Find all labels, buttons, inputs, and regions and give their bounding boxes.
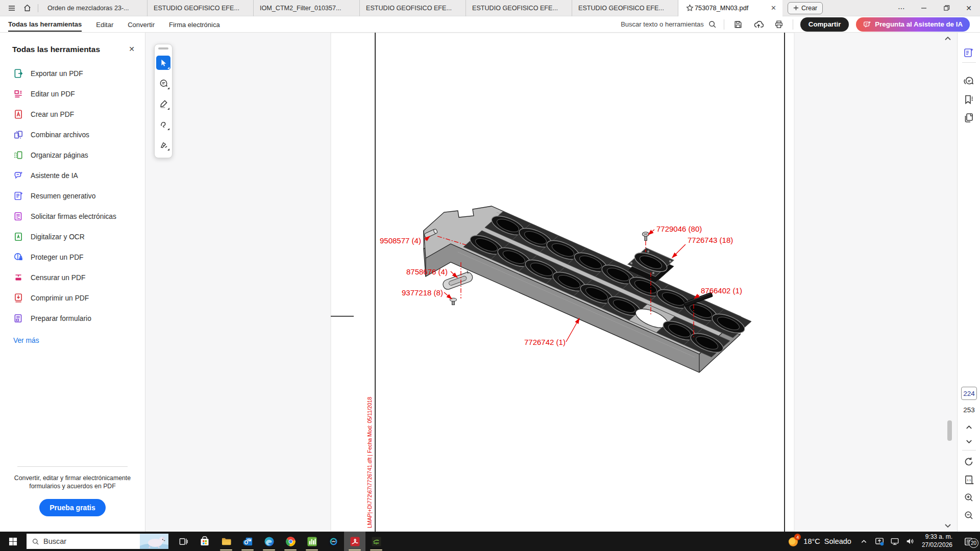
sidebar-item-resumen-generativo[interactable]: Resumen generativo — [0, 186, 145, 206]
select-tool-button[interactable] — [156, 56, 170, 70]
scroll-up-icon[interactable] — [944, 35, 952, 43]
sidebar-item-combinar-archivos[interactable]: Combinar archivos — [0, 124, 145, 145]
sidebar-item-preparar-formulario[interactable]: Preparar formulario — [0, 308, 145, 329]
taskbar-acrobat-active[interactable] — [344, 532, 365, 551]
bookmarks-panel-icon[interactable] — [961, 92, 976, 107]
rotate-page-icon[interactable] — [961, 454, 976, 469]
generative-summary-icon — [13, 191, 23, 201]
part-label: 9508577 (4) — [380, 236, 421, 245]
menu-todas-las-herramientas[interactable]: Todas las herramientas — [8, 17, 82, 32]
current-page-input[interactable]: 224 — [961, 387, 977, 400]
ai-chat-icon — [863, 20, 871, 29]
sidebar-item-asistente-ia[interactable]: Asistente de IA — [0, 165, 145, 186]
taskbar-app-store[interactable] — [194, 532, 215, 551]
minimize-button[interactable] — [913, 0, 935, 16]
star-icon[interactable] — [684, 2, 695, 14]
taskbar-custom-app[interactable]: age — [365, 532, 387, 551]
sidebar-item-digitalizar-ocr[interactable]: Digitalizar y OCR — [0, 227, 145, 247]
ai-assistant-button[interactable]: Pregunta al Asistente de IA — [856, 17, 970, 32]
page-thumbnails-icon[interactable] — [961, 110, 976, 126]
export-pdf-icon — [13, 68, 23, 79]
taskbar-chrome[interactable] — [280, 532, 301, 551]
tools-panel: Todas las herramientas ✕ Exportar un PDF… — [0, 33, 145, 532]
task-view-button[interactable] — [173, 532, 194, 551]
menu-firma-electronica[interactable]: Firma electrónica — [169, 17, 220, 31]
tab-document-3[interactable]: IOM_CTM2_Filter_010357... — [254, 0, 360, 16]
pdf-viewport[interactable]: LMAP|+D\772\67\7726741.dft | Fecha Mod: … — [145, 33, 957, 532]
windows-logo-icon — [9, 537, 17, 546]
tab-document-6[interactable]: ESTUDIO GEOFISICO EFE... — [572, 0, 678, 16]
sidebar-item-censurar-pdf[interactable]: Censurar un PDF — [0, 267, 145, 288]
free-trial-button[interactable]: Prueba gratis — [39, 499, 105, 516]
see-more-link[interactable]: Ver más — [13, 337, 39, 344]
sidebar-item-comprimir-pdf[interactable]: Comprimir un PDF — [0, 288, 145, 308]
taskbar-clock[interactable]: 9:33 a. m. 27/02/2026 — [918, 533, 957, 549]
sidebar-item-editar-pdf[interactable]: Editar un PDF — [0, 84, 145, 104]
ai-summary-icon[interactable] — [961, 45, 976, 60]
tab-document-5[interactable]: ESTUDIO GEOFISICO EFE... — [466, 0, 572, 16]
close-window-button[interactable]: ✕ — [958, 0, 980, 16]
clock-time: 9:33 a. m. — [922, 533, 952, 541]
lasso-icon — [159, 119, 168, 129]
rail-divider — [962, 62, 976, 63]
create-pdf-icon — [13, 109, 23, 119]
sidebar-item-solicitar-firmas[interactable]: Solicitar firmas electrónicas — [0, 206, 145, 227]
draw-tool-button[interactable] — [156, 117, 170, 131]
sidebar-item-exportar-pdf[interactable]: Exportar un PDF — [0, 63, 145, 84]
tab-document-4[interactable]: ESTUDIO GEOFISICO EFE... — [360, 0, 466, 16]
taskbar-edge[interactable] — [258, 532, 280, 551]
taskbar-webex[interactable] — [323, 532, 344, 551]
search-tools-button[interactable]: Buscar texto o herramientas — [621, 20, 717, 29]
hidden-icons-chevron[interactable] — [856, 532, 872, 551]
zoom-in-icon[interactable] — [961, 490, 976, 505]
print-icon[interactable] — [772, 18, 786, 31]
zoom-out-icon[interactable] — [961, 508, 976, 523]
create-tab-button[interactable]: Crear — [788, 2, 823, 14]
volume-icon[interactable] — [902, 532, 918, 551]
comment-tool-button[interactable] — [156, 76, 170, 90]
app-menu-icon[interactable] — [4, 2, 19, 14]
taskbar-stats-app[interactable] — [301, 532, 323, 551]
page-fit-icon[interactable]: 1:1 — [961, 472, 976, 487]
close-panel-icon[interactable]: ✕ — [127, 45, 137, 53]
title-bar: Orden de mezcladoras 23-... ESTUDIO GEOF… — [0, 0, 980, 16]
tab-document-2[interactable]: ESTUDIO GEOFISICO EFE... — [148, 0, 254, 16]
taskbar-weather-widget[interactable]: 4 18°C Soleado — [782, 535, 856, 547]
screen-cast-icon[interactable] — [872, 532, 887, 551]
taskbar-search-box[interactable]: Buscar — [27, 534, 168, 549]
taskbar-outlook[interactable]: O — [237, 532, 258, 551]
edit-pdf-icon — [13, 89, 23, 99]
cloud-upload-icon[interactable] — [752, 18, 765, 31]
tab-active-document[interactable]: 753078_MN03.pdf ✕ — [678, 0, 782, 16]
palette-drag-handle[interactable] — [158, 47, 168, 49]
sidebar-item-proteger-pdf[interactable]: Proteger un PDF — [0, 247, 145, 267]
notification-center-button[interactable]: 20 — [957, 532, 980, 551]
sidebar-item-organizar-paginas[interactable]: Organizar páginas — [0, 145, 145, 165]
toolbar-divider — [724, 19, 724, 30]
taskbar-file-explorer[interactable] — [215, 532, 237, 551]
menu-convertir[interactable]: Convertir — [128, 17, 155, 31]
edge-icon — [264, 536, 275, 547]
combine-files-icon — [13, 130, 23, 140]
home-icon[interactable] — [19, 2, 35, 14]
share-button[interactable]: Compartir — [800, 17, 849, 32]
part-label: 7726743 (18) — [688, 236, 733, 244]
save-icon[interactable] — [731, 18, 745, 31]
previous-page-icon[interactable] — [961, 419, 976, 435]
search-placeholder: Buscar — [43, 537, 66, 545]
next-page-icon[interactable] — [961, 434, 976, 449]
close-tab-icon[interactable]: ✕ — [767, 4, 776, 12]
menu-editar[interactable]: Editar — [96, 17, 113, 31]
start-button[interactable] — [2, 532, 23, 551]
search-label: Buscar texto o herramientas — [621, 20, 704, 28]
tab-document-1[interactable]: Orden de mezcladoras 23-... — [41, 0, 148, 16]
sidebar-item-crear-pdf[interactable]: Crear un PDF — [0, 104, 145, 124]
network-icon[interactable] — [887, 532, 902, 551]
vertical-scrollbar-thumb[interactable] — [947, 420, 952, 441]
comments-panel-icon[interactable] — [961, 73, 976, 89]
more-options-icon[interactable]: ⋯ — [890, 0, 913, 16]
fill-sign-tool-button[interactable] — [156, 137, 170, 152]
scroll-down-icon[interactable] — [944, 521, 952, 530]
highlight-tool-button[interactable] — [156, 96, 170, 111]
restore-button[interactable] — [935, 0, 958, 16]
